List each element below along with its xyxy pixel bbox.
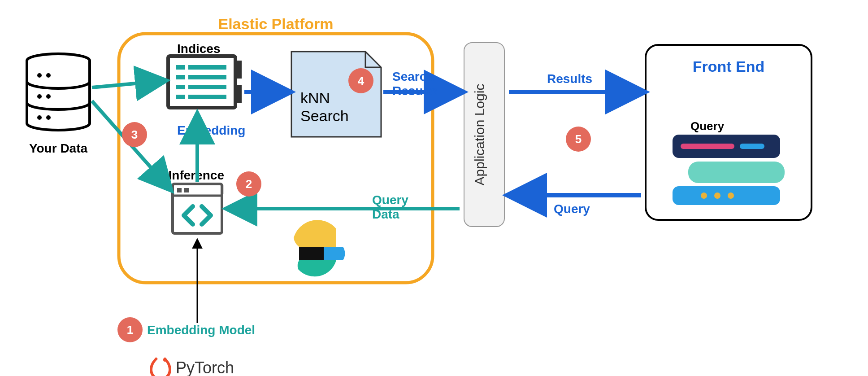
- indices-label: Indices: [177, 42, 220, 56]
- results-label: Results: [547, 72, 592, 86]
- elastic-platform-box: Elastic Platform: [119, 15, 433, 283]
- svg-rect-28: [740, 144, 764, 149]
- application-logic-label: Application Logic: [472, 84, 487, 186]
- svg-rect-9: [235, 61, 242, 79]
- svg-point-6: [37, 115, 42, 120]
- query-data-label-2: Data: [372, 207, 399, 221]
- query-label: Query: [554, 202, 590, 216]
- arrow-data-to-indices: [92, 81, 164, 87]
- knn-search-doc: kNN Search: [291, 52, 381, 137]
- front-end-title: Front End: [693, 58, 765, 75]
- svg-point-2: [37, 73, 42, 78]
- svg-text:1: 1: [127, 323, 133, 337]
- application-logic-box: Application Logic: [464, 43, 504, 227]
- elastic-platform-title: Elastic Platform: [218, 15, 334, 32]
- badge-2: 2: [236, 171, 261, 197]
- svg-rect-29: [688, 162, 785, 183]
- svg-rect-18: [188, 95, 226, 99]
- badge-3: 3: [122, 122, 147, 147]
- front-end-box: Front End Query: [646, 45, 812, 220]
- query-data-label-1: Query: [372, 193, 408, 207]
- knn-label-line2: Search: [300, 107, 349, 124]
- svg-rect-30: [673, 186, 780, 205]
- svg-rect-21: [177, 188, 182, 192]
- svg-text:5: 5: [575, 132, 582, 146]
- search-ui-graphic-icon: [673, 135, 785, 205]
- svg-point-7: [46, 115, 51, 120]
- svg-point-3: [46, 73, 51, 78]
- svg-point-31: [701, 192, 707, 199]
- database-icon: [27, 54, 90, 130]
- front-end-query-label: Query: [690, 119, 725, 133]
- svg-point-32: [714, 192, 720, 199]
- elastic-logo-icon: [294, 220, 345, 276]
- svg-point-33: [728, 192, 734, 199]
- embedding-model-label: Embedding Model: [147, 323, 255, 337]
- badge-4: 4: [348, 68, 373, 93]
- knn-label-line1: kNN: [300, 89, 330, 106]
- svg-text:3: 3: [131, 128, 138, 141]
- badge-5: 5: [566, 127, 591, 152]
- inference-api-icon: [173, 184, 222, 233]
- pytorch-label: PyTorch: [176, 359, 234, 376]
- badge-1: 1: [117, 317, 143, 342]
- svg-rect-23: [299, 247, 324, 260]
- svg-rect-11: [176, 65, 185, 70]
- embedding-label: Embedding: [177, 123, 245, 137]
- svg-rect-13: [176, 75, 185, 79]
- svg-point-4: [37, 94, 42, 99]
- svg-rect-8: [168, 56, 235, 108]
- svg-rect-0: [119, 34, 433, 283]
- search-results-label-2: Results: [392, 84, 438, 98]
- svg-rect-14: [188, 75, 226, 79]
- svg-rect-22: [184, 188, 189, 192]
- svg-text:4: 4: [358, 74, 365, 87]
- pytorch-logo-icon: [150, 357, 171, 376]
- svg-rect-12: [188, 65, 226, 70]
- svg-text:2: 2: [246, 177, 252, 191]
- svg-rect-17: [176, 95, 185, 99]
- search-results-label-1: Search: [392, 70, 434, 83]
- your-data-label: Your Data: [29, 141, 88, 155]
- svg-rect-27: [681, 144, 734, 149]
- svg-point-44: [163, 358, 167, 362]
- svg-point-5: [46, 94, 51, 99]
- svg-rect-16: [188, 85, 226, 89]
- indices-icon: [168, 56, 242, 108]
- svg-rect-15: [176, 85, 185, 89]
- svg-rect-10: [235, 85, 242, 103]
